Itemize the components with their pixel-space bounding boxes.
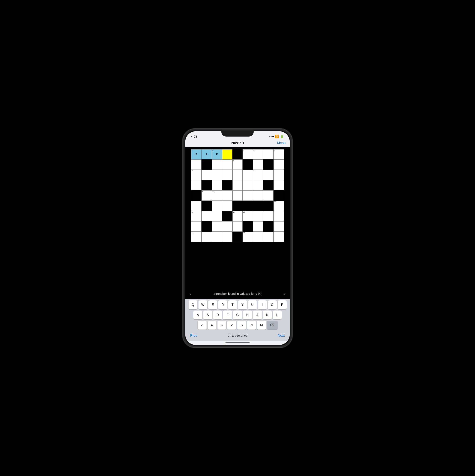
cell-6-8[interactable] — [273, 211, 284, 221]
cell-5-8[interactable]: 12 — [273, 201, 284, 211]
key-C[interactable]: C — [218, 321, 226, 330]
key-M[interactable]: M — [257, 321, 266, 330]
cell-7-0[interactable] — [191, 221, 202, 232]
key-V[interactable]: V — [227, 321, 236, 330]
cell-8-1[interactable] — [202, 232, 212, 242]
cell-7-4[interactable] — [232, 221, 243, 232]
nav-bar: Puzzle 1 Menu — [185, 140, 290, 147]
cell-5-3[interactable] — [222, 201, 232, 211]
cell-6-0[interactable]: 13 — [191, 211, 202, 221]
next-button[interactable]: Next — [278, 334, 285, 338]
cell-4-3[interactable] — [222, 190, 232, 201]
cell-4-1[interactable]: 9 — [202, 190, 212, 201]
key-E[interactable]: E — [208, 300, 217, 309]
key-D[interactable]: D — [213, 310, 222, 319]
cell-4-8 — [273, 190, 284, 201]
cell-1-0[interactable] — [191, 159, 202, 170]
key-W[interactable]: W — [199, 300, 207, 309]
cell-8-5[interactable]: 17 — [243, 232, 253, 242]
cell-1-3[interactable] — [222, 159, 232, 170]
cell-8-6[interactable] — [253, 232, 263, 242]
key-A[interactable]: A — [193, 310, 202, 319]
key-R[interactable]: R — [218, 300, 227, 309]
key-Y[interactable]: Y — [238, 300, 247, 309]
key-T[interactable]: T — [228, 300, 237, 309]
cell-2-4[interactable] — [232, 170, 243, 180]
cell-2-5[interactable] — [243, 170, 253, 180]
clue-text: Strongbox found in Odessa ferry (4) — [193, 292, 282, 295]
cell-6-5[interactable]: 15 — [243, 211, 253, 221]
cell-3-6[interactable] — [253, 180, 263, 190]
cell-0-5[interactable]: 3 — [243, 149, 253, 160]
cell-0-7[interactable] — [263, 149, 273, 160]
cell-6-2[interactable] — [212, 211, 222, 221]
cell-6-1[interactable] — [202, 211, 212, 221]
cell-2-6[interactable]: 8 — [253, 170, 263, 180]
cell-0-1[interactable]: A — [202, 149, 212, 160]
key-X[interactable]: X — [207, 321, 217, 330]
key-P[interactable]: P — [278, 300, 287, 309]
cell-8-7[interactable] — [263, 232, 273, 242]
cell-0-2[interactable]: 2F — [212, 149, 222, 160]
cell-3-5[interactable] — [243, 180, 253, 190]
cell-0-3[interactable] — [222, 149, 232, 160]
cell-5-2[interactable] — [212, 201, 222, 211]
cell-8-2[interactable] — [212, 232, 222, 242]
cell-7-6[interactable] — [253, 221, 263, 232]
cell-4-2[interactable]: 10 — [212, 190, 222, 201]
cell-7-2[interactable] — [212, 221, 222, 232]
key-Z[interactable]: Z — [198, 321, 206, 330]
home-bar — [225, 342, 250, 343]
cell-1-4[interactable]: 6 — [232, 159, 243, 170]
key-⌫[interactable]: ⌫ — [267, 321, 278, 330]
next-clue-button[interactable]: › — [284, 291, 286, 296]
cell-0-8[interactable]: 5 — [273, 149, 284, 160]
cell-6-7[interactable] — [263, 211, 273, 221]
cell-1-8[interactable] — [273, 159, 284, 170]
cell-3-4[interactable] — [232, 180, 243, 190]
prev-button[interactable]: Prev — [190, 334, 197, 338]
cell-8-0[interactable]: 16 — [191, 232, 202, 242]
cell-1-2[interactable] — [212, 159, 222, 170]
cell-1-6[interactable] — [253, 159, 263, 170]
key-O[interactable]: O — [268, 300, 277, 309]
cell-3-8[interactable] — [273, 180, 284, 190]
cell-6-6[interactable] — [253, 211, 263, 221]
cell-3-0[interactable] — [191, 180, 202, 190]
cell-0-0[interactable]: 1S — [191, 149, 202, 160]
cell-2-7[interactable] — [263, 170, 273, 180]
key-F[interactable]: F — [223, 310, 232, 319]
cell-2-1[interactable] — [202, 170, 212, 180]
cell-2-0[interactable]: 7 — [191, 170, 202, 180]
cell-4-6[interactable] — [253, 190, 263, 201]
cell-7-8[interactable] — [273, 221, 284, 232]
cell-8-3[interactable] — [222, 232, 232, 242]
cell-7-3[interactable] — [222, 221, 232, 232]
cell-3-2[interactable] — [212, 180, 222, 190]
key-K[interactable]: K — [263, 310, 272, 319]
cell-8-8[interactable] — [273, 232, 284, 242]
key-Q[interactable]: Q — [188, 300, 197, 309]
cell-number-4-2: 10 — [212, 191, 214, 192]
key-G[interactable]: G — [233, 310, 242, 319]
key-H[interactable]: H — [243, 310, 252, 319]
prev-clue-button[interactable]: ‹ — [189, 291, 191, 296]
crossword-grid[interactable]: 1SA2F34567891011121314151617 — [191, 149, 284, 242]
key-N[interactable]: N — [247, 321, 256, 330]
key-U[interactable]: U — [248, 300, 257, 309]
menu-button[interactable]: Menu — [277, 141, 286, 145]
cell-2-3[interactable] — [222, 170, 232, 180]
cell-4-4[interactable] — [232, 190, 243, 201]
cell-6-4[interactable]: 14 — [232, 211, 243, 221]
cell-5-0[interactable]: 11 — [191, 201, 202, 211]
cell-2-2[interactable] — [212, 170, 222, 180]
cell-2-8[interactable] — [273, 170, 284, 180]
key-B[interactable]: B — [237, 321, 246, 330]
cell-4-5[interactable] — [243, 190, 253, 201]
cell-0-6[interactable]: 4 — [253, 149, 263, 160]
key-J[interactable]: J — [253, 310, 262, 319]
cell-4-7[interactable] — [263, 190, 273, 201]
key-S[interactable]: S — [203, 310, 212, 319]
key-L[interactable]: L — [273, 310, 282, 319]
key-I[interactable]: I — [258, 300, 267, 309]
